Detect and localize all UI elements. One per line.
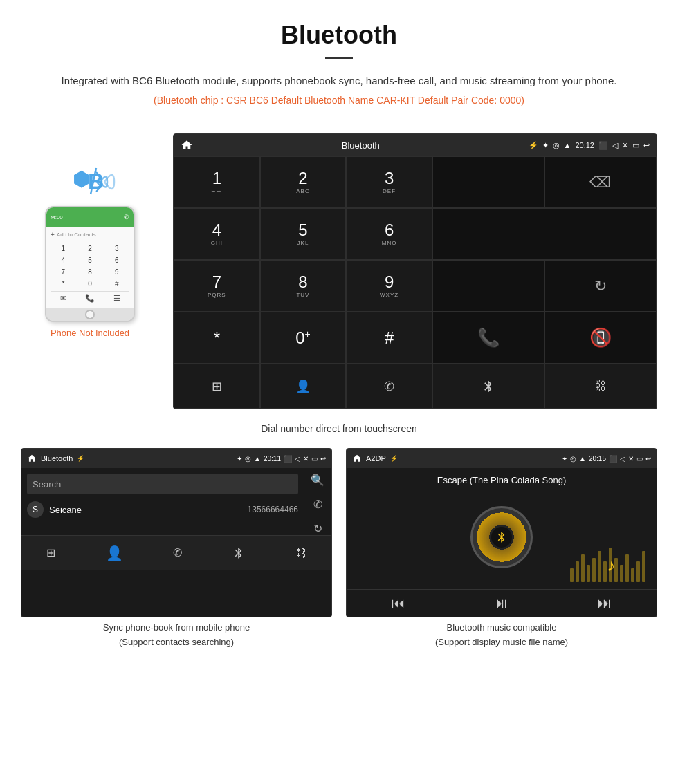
header-section: Bluetooth Integrated with BC6 Bluetooth …: [0, 0, 678, 133]
music-caption: Bluetooth music compatible(Support displ…: [346, 621, 657, 650]
redial-button[interactable]: ↻: [544, 260, 657, 312]
phone-icon: ✆: [384, 379, 394, 394]
pb-statusbar-left: Bluetooth ⚡: [27, 454, 84, 463]
dial-key-9[interactable]: 9 WXYZ: [346, 260, 432, 312]
contact-avatar: S: [27, 501, 44, 518]
dial-key-7[interactable]: 7 PQRS: [174, 260, 260, 312]
play-pause-button[interactable]: ⏯: [495, 595, 508, 611]
pb-bottom-person[interactable]: 👤: [106, 545, 123, 561]
search-placeholder: Search: [33, 479, 61, 489]
dial-key-star[interactable]: *: [174, 312, 260, 364]
pb-bottom-bt[interactable]: [232, 547, 245, 559]
music-x-icon: ✕: [628, 455, 634, 463]
dialpad-statusbar: Bluetooth ⚡ ✦ ◎ ▲ 20:12 ⬛ ◁ ✕ ▭ ↩: [174, 134, 657, 156]
pb-bottom-link[interactable]: ⛓: [295, 547, 306, 559]
dial-caption: Dial number direct from touchscreen: [0, 423, 678, 434]
pb-home-icon[interactable]: [27, 454, 37, 463]
volume-icon: ◁: [612, 141, 618, 150]
music-home-icon[interactable]: [352, 454, 362, 463]
backspace-icon: ⌫: [589, 174, 611, 192]
svg-rect-14: [636, 561, 640, 582]
pb-search-icon[interactable]: 🔍: [311, 474, 324, 487]
usb-icon: ⚡: [529, 141, 538, 150]
phonebook-search-bar[interactable]: Search: [27, 474, 298, 494]
pb-phone-action-icon[interactable]: ✆: [313, 498, 322, 511]
grid-icon: ⊞: [212, 379, 222, 394]
pb-back-icon[interactable]: ↩: [320, 455, 326, 463]
title-divider: [325, 57, 353, 59]
dial-key-3[interactable]: 3 DEF: [346, 156, 432, 208]
prev-track-button[interactable]: ⏮: [392, 595, 405, 611]
phone-add-contacts: Add to Contacts: [51, 230, 129, 241]
svg-rect-11: [620, 565, 623, 582]
svg-rect-3: [576, 561, 579, 582]
time-display: 20:12: [575, 141, 594, 149]
bottom-link-button[interactable]: ⛓: [544, 364, 657, 409]
svg-rect-2: [570, 568, 574, 582]
phonebook-caption: Sync phone-book from mobile phone(Suppor…: [21, 621, 332, 650]
x-icon: ✕: [622, 141, 628, 150]
music-win-icon: ▭: [636, 455, 643, 463]
music-body: Escape (The Pina Colada Song) ♪: [347, 468, 657, 582]
music-statusbar-right: ✦ ◎ ▲ 20:15 ⬛ ◁ ✕ ▭ ↩: [562, 455, 651, 463]
music-cam-icon: ⬛: [609, 455, 617, 463]
svg-rect-6: [592, 558, 596, 582]
back-icon[interactable]: ↩: [643, 141, 650, 150]
bottom-grid-button[interactable]: ⊞: [174, 364, 260, 409]
phone-call-icon: 📞: [85, 294, 95, 303]
disc-inner: [491, 527, 512, 548]
dial-key-5[interactable]: 5 JKL: [260, 208, 347, 260]
location-icon: ◎: [553, 141, 560, 150]
pb-cam-icon: ⬛: [284, 455, 292, 463]
dial-key-6[interactable]: 6 MNO: [346, 208, 432, 260]
phonebook-main: Search S Seicane 13566664466: [21, 468, 304, 535]
link-icon: ⛓: [594, 379, 607, 393]
pb-statusbar-right: ✦ ◎ ▲ 20:11 ⬛ ◁ ✕ ▭ ↩: [237, 455, 326, 463]
dial-key-hash[interactable]: #: [346, 312, 432, 364]
call-button[interactable]: 📞: [432, 312, 544, 364]
dial-key-4[interactable]: 4 GHI: [174, 208, 260, 260]
signal-arcs: [93, 165, 118, 199]
end-call-button[interactable]: 📵: [544, 312, 657, 364]
music-controls: ⏮ ⏯ ⏭: [347, 589, 657, 617]
contacts-icon: 👤: [295, 379, 311, 394]
next-track-button[interactable]: ⏭: [598, 595, 612, 611]
backspace-button[interactable]: ⌫: [544, 156, 657, 208]
svg-rect-7: [598, 551, 601, 582]
svg-rect-12: [625, 554, 629, 582]
svg-rect-15: [642, 551, 645, 582]
statusbar-right: ⚡ ✦ ◎ ▲ 20:12 ⬛ ◁ ✕ ▭ ↩: [529, 141, 650, 150]
music-statusbar: A2DP ⚡ ✦ ◎ ▲ 20:15 ⬛ ◁ ✕ ▭ ↩: [347, 449, 657, 468]
home-icon[interactable]: [181, 139, 193, 151]
music-back-icon[interactable]: ↩: [645, 455, 651, 463]
music-statusbar-left: A2DP ⚡: [352, 454, 398, 463]
bottom-contacts-button[interactable]: 👤: [260, 364, 347, 409]
phonebook-side-actions: 🔍 ✆ ↻: [304, 468, 331, 535]
camera-icon: ⬛: [598, 141, 608, 150]
call-red-icon: 📵: [589, 327, 612, 348]
dialpad-grid: 1 ∽∽ 2 ABC 3 DEF ⌫ 4 GHI 5 JKL: [174, 156, 657, 409]
bottom-phone-button[interactable]: ✆: [346, 364, 432, 409]
pb-bottom-phone[interactable]: ✆: [173, 546, 182, 559]
svg-rect-9: [609, 548, 612, 582]
contact-row[interactable]: S Seicane 13566664466: [21, 494, 304, 525]
phone-bottom-row: ✉ 📞 ☰: [51, 291, 129, 306]
pb-time: 20:11: [264, 455, 281, 463]
bottom-bt-button[interactable]: [432, 364, 544, 409]
phonebook-bottom-bar: ⊞ 👤 ✆ ⛓: [21, 535, 331, 570]
music-bt-icon: ✦: [562, 455, 567, 463]
phone-home-button[interactable]: [46, 308, 134, 321]
svg-rect-5: [587, 565, 590, 582]
window-icon: ▭: [632, 141, 639, 150]
display-area: [432, 156, 544, 208]
pb-bottom-grid[interactable]: ⊞: [46, 546, 55, 559]
svg-rect-13: [631, 568, 634, 582]
pb-sync-icon[interactable]: ↻: [313, 522, 322, 535]
dial-key-2[interactable]: 2 ABC: [260, 156, 347, 208]
phone-body: Add to Contacts 1 2 3 4 5 6 7 8 9 * 0 #: [46, 227, 134, 308]
panel-captions-row: Sync phone-book from mobile phone(Suppor…: [0, 617, 678, 650]
dial-key-8[interactable]: 8 TUV: [260, 260, 347, 312]
phone-top-bar: M:00 ✆: [46, 207, 134, 227]
dial-key-0[interactable]: 0+: [260, 312, 347, 364]
dial-key-1[interactable]: 1 ∽∽: [174, 156, 260, 208]
